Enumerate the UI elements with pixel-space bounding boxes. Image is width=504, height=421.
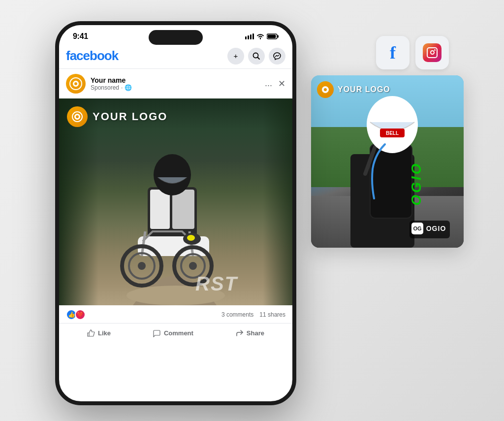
reactions-row: 👍 ❤️ 3 comments 11 shares: [66, 309, 285, 320]
instagram-overlay-logo: YOUR LOGO: [317, 81, 390, 98]
svg-rect-12: [248, 35, 249, 39]
reaction-counts: 3 comments 11 shares: [221, 311, 285, 318]
status-icons: [245, 33, 279, 39]
love-reaction: ❤️: [75, 309, 86, 320]
post-logo-circle: [67, 106, 88, 127]
post-image: RST YOUR LOGO: [59, 98, 292, 305]
instagram-logo-text: YOUR LOGO: [338, 85, 390, 94]
svg-rect-14: [252, 33, 254, 39]
more-options-button[interactable]: ...: [265, 78, 272, 89]
svg-rect-23: [150, 190, 170, 229]
meta-dot: ·: [121, 84, 123, 91]
svg-point-38: [72, 112, 82, 122]
phone-inner: 9:41: [59, 25, 292, 401]
comment-button-label: Comment: [164, 329, 193, 337]
svg-text:OGIO: OGIO: [409, 162, 424, 205]
author-info: Your name Sponsored · 🌐: [91, 76, 132, 91]
avatar-logo-icon: [69, 77, 83, 91]
post-header: Your name Sponsored · 🌐 ... ✕: [59, 69, 292, 98]
share-button-label: Share: [247, 329, 264, 337]
instagram-lens: [430, 50, 435, 55]
instagram-icon-inner: [427, 47, 438, 58]
svg-rect-17: [268, 34, 276, 38]
instagram-card: OGIO BELL OG OGIO: [311, 75, 464, 248]
svg-line-19: [258, 57, 260, 59]
globe-icon: 🌐: [125, 84, 132, 91]
post-overlay-logo: YOUR LOGO: [67, 106, 167, 127]
svg-text:BELL: BELL: [386, 130, 399, 136]
facebook-logo: facebook: [66, 48, 118, 64]
svg-rect-11: [245, 36, 247, 39]
instagram-icon-box[interactable]: [415, 36, 449, 69]
shares-count: 11 shares: [259, 311, 285, 318]
helmet-person-svg: OGIO BELL OG OGIO: [311, 75, 464, 248]
status-time: 9:41: [73, 32, 88, 41]
comments-count: 3 comments: [221, 311, 253, 318]
facebook-header-icons: +: [227, 48, 285, 65]
svg-rect-24: [172, 190, 194, 229]
svg-point-30: [187, 235, 195, 241]
battery-icon: [267, 33, 279, 39]
facebook-header: facebook +: [59, 44, 292, 69]
svg-rect-13: [250, 34, 252, 39]
messenger-button[interactable]: [269, 48, 285, 65]
scene: f OGIO: [40, 16, 464, 405]
wifi-icon: [256, 33, 264, 39]
post-actions: ... ✕: [265, 78, 285, 89]
post-reactions: 👍 ❤️ 3 comments 11 shares: [59, 305, 292, 324]
post-logo-text: YOUR LOGO: [93, 110, 167, 123]
svg-point-33: [189, 262, 197, 270]
author-avatar: [66, 74, 86, 94]
post-logo-icon: [71, 111, 83, 123]
instagram-logo-circle: [317, 81, 334, 98]
add-button[interactable]: +: [227, 48, 244, 65]
comment-icon: [153, 329, 161, 337]
svg-point-20: [70, 78, 82, 90]
facebook-icon-box[interactable]: f: [376, 36, 410, 69]
search-button[interactable]: [248, 48, 265, 65]
like-icon: [87, 329, 95, 337]
close-button[interactable]: ✕: [278, 78, 285, 89]
social-icons-container: f: [376, 36, 449, 69]
like-button-label: Like: [98, 329, 111, 337]
svg-text:OGIO: OGIO: [426, 225, 446, 232]
facebook-social-icon: f: [390, 42, 396, 63]
motorcycle-scene-svg: RST: [59, 98, 292, 305]
svg-point-36: [138, 262, 146, 270]
author-name: Your name: [91, 76, 132, 84]
instagram-dot: [434, 49, 436, 51]
share-icon: [236, 329, 244, 337]
add-icon: +: [234, 52, 238, 60]
dynamic-island: [149, 30, 203, 45]
svg-text:RST: RST: [195, 273, 239, 294]
instagram-social-icon: [423, 43, 441, 62]
signal-icon: [245, 33, 254, 39]
search-icon: [252, 52, 260, 60]
instagram-image: OGIO BELL OG OGIO: [311, 75, 464, 248]
like-button[interactable]: Like: [80, 325, 118, 341]
share-button[interactable]: Share: [229, 325, 271, 341]
comment-button[interactable]: Comment: [146, 325, 200, 341]
author-meta: Sponsored · 🌐: [91, 84, 132, 91]
post-action-buttons: Like Comment Share: [59, 324, 292, 343]
post-author: Your name Sponsored · 🌐: [66, 74, 132, 94]
svg-text:OG: OG: [413, 226, 421, 231]
messenger-icon: [273, 52, 281, 60]
sponsored-label: Sponsored: [91, 84, 119, 91]
phone-mockup: 9:41: [55, 21, 296, 405]
svg-point-25: [154, 154, 191, 195]
svg-rect-16: [278, 35, 279, 37]
